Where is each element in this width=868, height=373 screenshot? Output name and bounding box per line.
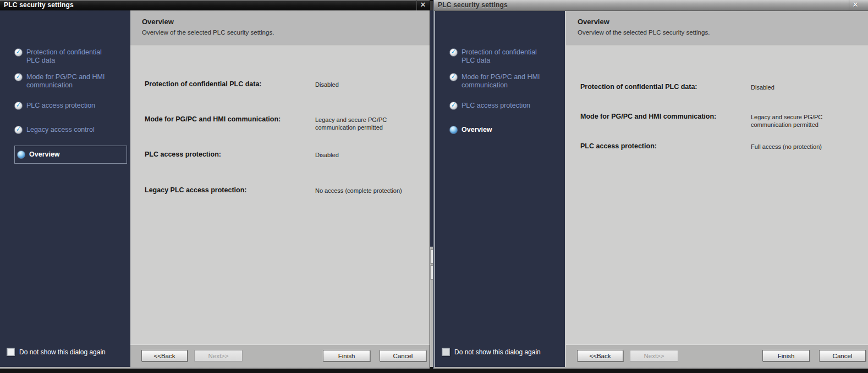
overview-pane: Overview Overview of the selected PLC se… — [130, 10, 430, 367]
summary-label: Legacy PLC access protection: — [145, 186, 301, 194]
sidebar-item-overview-selected[interactable]: Overview — [449, 126, 561, 134]
dont-show-again-label: Do not show this dialog again — [454, 348, 541, 356]
plc-security-settings-dialog-inactive: PLC security settings ✕ ✓ Protection of … — [433, 0, 868, 369]
summary-label: PLC access protection: — [145, 151, 301, 158]
step-label: Mode for PG/PC and HMI communication — [462, 73, 545, 90]
page-subtitle: Overview of the selected PLC security se… — [578, 29, 710, 36]
sidebar-item-mode-pgpc-hmi[interactable]: ✓ Mode for PG/PC and HMI communication — [14, 73, 126, 90]
step-completed-icon: ✓ — [449, 102, 458, 110]
summary-row: PLC access protection: Disabled — [145, 151, 424, 160]
step-completed-icon: ✓ — [14, 126, 23, 134]
summary-value: Full access (no protection) — [751, 143, 855, 151]
window-title: PLC security settings — [4, 0, 74, 10]
page-title: Overview — [142, 18, 174, 26]
summary-row: Mode for PG/PC and HMI communication: Le… — [580, 113, 864, 123]
window-bottom-frame — [0, 367, 430, 369]
titlebar[interactable]: PLC security settings ✕ — [434, 0, 868, 11]
wizard-step-sidebar: ✓ Protection of confidential PLC data ✓ … — [435, 10, 565, 367]
cancel-button[interactable]: Cancel — [380, 350, 426, 361]
step-label: Protection of confidential PLC data — [462, 48, 545, 65]
close-icon[interactable]: ✕ — [849, 0, 861, 10]
summary-value: Legacy and secure PG/PC communication pe… — [751, 113, 855, 129]
dont-show-again-option[interactable]: Do not show this dialog again — [7, 348, 106, 356]
summary-label: Mode for PG/PC and HMI communication: — [580, 113, 737, 120]
step-completed-icon: ✓ — [449, 48, 458, 57]
step-completed-icon: ✓ — [14, 48, 23, 57]
step-label: Protection of confidential PLC data — [26, 48, 110, 65]
page-subtitle: Overview of the selected PLC security se… — [142, 29, 274, 36]
window-bottom-frame — [434, 367, 868, 369]
finish-button[interactable]: Finish — [762, 350, 810, 361]
sidebar-item-overview-selected[interactable]: Overview — [14, 146, 127, 164]
sidebar-item-protection-confidential-data[interactable]: ✓ Protection of confidential PLC data — [14, 48, 126, 65]
window-title: PLC security settings — [438, 0, 508, 10]
summary-label: Protection of confidential PLC data: — [580, 83, 737, 91]
close-icon[interactable]: ✕ — [416, 0, 429, 10]
dont-show-again-checkbox[interactable] — [442, 348, 450, 356]
next-button: Next>> — [630, 350, 678, 361]
pane-header: Overview Overview of the selected PLC se… — [566, 10, 868, 46]
sidebar-item-mode-pgpc-hmi[interactable]: ✓ Mode for PG/PC and HMI communication — [449, 73, 561, 90]
summary-value: No access (complete protection) — [315, 187, 420, 194]
plc-security-settings-dialog-active: PLC security settings ✕ ✓ Protection of … — [0, 0, 430, 369]
dont-show-again-label: Do not show this dialog again — [19, 348, 106, 356]
dont-show-again-option[interactable]: Do not show this dialog again — [442, 348, 541, 356]
sidebar-item-plc-access-protection[interactable]: ✓ PLC access protection — [14, 102, 126, 110]
back-button[interactable]: <<Back — [577, 350, 623, 361]
step-label: Overview — [29, 151, 60, 159]
summary-label: PLC access protection: — [580, 142, 737, 150]
next-button: Next>> — [194, 350, 243, 361]
summary-value: Legacy and secure PG/PC communication pe… — [315, 116, 420, 131]
summary-label: Protection of confidential PLC data: — [145, 80, 301, 88]
summary-value: Disabled — [315, 81, 420, 88]
step-completed-icon: ✓ — [14, 73, 23, 81]
back-button[interactable]: <<Back — [141, 350, 188, 361]
summary-row: Legacy PLC access protection: No access … — [145, 186, 424, 196]
summary-label: Mode for PG/PC and HMI communication: — [145, 115, 301, 123]
step-label: Legacy access control — [26, 126, 110, 134]
step-label: PLC access protection — [462, 102, 545, 110]
sidebar-item-plc-access-protection[interactable]: ✓ PLC access protection — [449, 102, 561, 110]
summary-value: Disabled — [751, 83, 855, 91]
cancel-button[interactable]: Cancel — [819, 350, 866, 361]
summary-row: PLC access protection: Full access (no p… — [580, 142, 864, 152]
step-label: Overview — [462, 126, 545, 134]
step-label: Mode for PG/PC and HMI communication — [26, 73, 110, 90]
dont-show-again-checkbox[interactable] — [7, 348, 15, 356]
sidebar-item-legacy-access-control[interactable]: ✓ Legacy access control — [14, 126, 126, 134]
summary-row: Mode for PG/PC and HMI communication: Le… — [145, 115, 424, 125]
titlebar[interactable]: PLC security settings ✕ — [0, 0, 430, 10]
overview-pane: Overview Overview of the selected PLC se… — [566, 10, 868, 367]
wizard-step-sidebar: ✓ Protection of confidential PLC data ✓ … — [0, 10, 130, 367]
page-title: Overview — [578, 18, 609, 26]
step-label: PLC access protection — [26, 102, 110, 110]
sidebar-item-protection-confidential-data[interactable]: ✓ Protection of confidential PLC data — [449, 48, 561, 65]
summary-row: Protection of confidential PLC data: Dis… — [580, 83, 864, 93]
summary-value: Disabled — [315, 151, 420, 159]
pane-header: Overview Overview of the selected PLC se… — [130, 10, 430, 46]
step-completed-icon: ✓ — [449, 73, 458, 81]
button-bar: <<Back Next>> Finish Cancel — [130, 344, 430, 367]
step-current-icon — [17, 151, 25, 159]
finish-button[interactable]: Finish — [323, 350, 370, 361]
step-current-icon — [449, 126, 458, 134]
summary-row: Protection of confidential PLC data: Dis… — [145, 80, 424, 90]
button-bar: <<Back Next>> Finish Cancel — [566, 344, 868, 367]
step-completed-icon: ✓ — [14, 102, 23, 110]
